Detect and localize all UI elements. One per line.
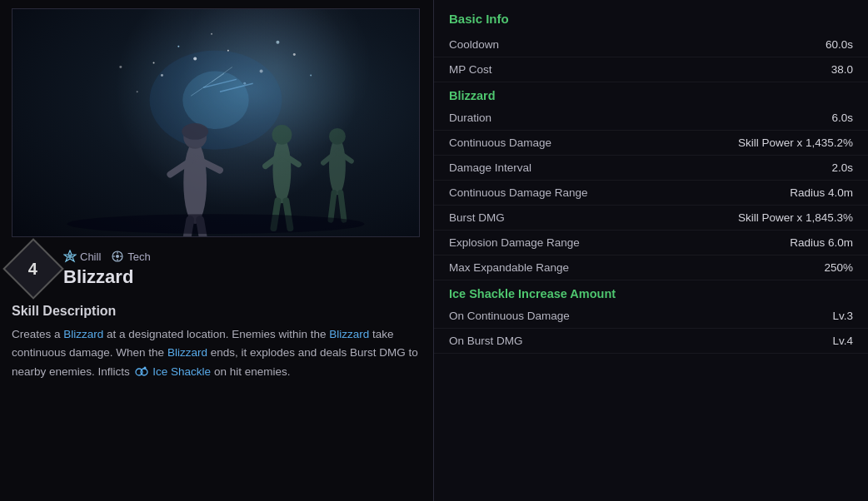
svg-point-7 [177, 46, 179, 47]
continuous-damage-label: Continuous Damage [449, 136, 551, 149]
skill-level-number: 4 [28, 260, 37, 279]
on-continuous-damage-value: Lv.3 [832, 310, 853, 322]
svg-point-30 [329, 128, 346, 145]
skill-tags-container: Chill Tech [63, 250, 151, 288]
cooldown-value: 60.0s [826, 38, 853, 51]
svg-point-23 [272, 137, 291, 203]
ice-shackle-section-title: Ice Shackle Increase Amount [434, 280, 868, 304]
chill-icon [63, 250, 77, 263]
continuous-damage-row: Continuous Damage Skill Power x 1,435.2% [434, 131, 868, 156]
svg-line-34 [341, 192, 344, 220]
on-burst-dmg-value: Lv.4 [832, 335, 853, 347]
on-continuous-damage-label: On Continuous Damage [449, 310, 570, 322]
svg-point-29 [329, 137, 346, 195]
chill-tag-label: Chill [80, 250, 101, 263]
svg-point-16 [183, 141, 207, 224]
description-section-title: Skill Description [12, 304, 422, 319]
mp-cost-label: MP Cost [449, 63, 492, 76]
on-burst-dmg-label: On Burst DMG [449, 335, 523, 347]
damage-interval-value: 2.0s [831, 161, 853, 174]
blizzard-ref-3: Blizzard [167, 346, 207, 359]
skill-level-badge: 4 [2, 238, 64, 300]
duration-row: Duration 6.0s [434, 106, 868, 131]
ice-shackle-text: Ice Shackle [152, 365, 211, 378]
mp-cost-row: MP Cost 38.0 [434, 57, 868, 82]
svg-point-39 [67, 214, 364, 234]
skill-tags-row: Chill Tech [63, 250, 151, 263]
mp-cost-value: 38.0 [831, 63, 853, 76]
skill-header: 4 Chill [12, 247, 422, 290]
basic-info-title: Basic Info [434, 7, 868, 31]
duration-label: Duration [449, 112, 491, 124]
max-expandable-range-label: Max Expandable Range [449, 261, 569, 274]
blizzard-section-title: Blizzard [434, 82, 868, 106]
continuous-damage-value: Skill Power x 1,435.2% [738, 136, 853, 149]
explosion-damage-range-value: Radius 6.0m [790, 236, 853, 249]
svg-point-41 [68, 255, 72, 259]
svg-point-13 [310, 74, 312, 76]
explosion-damage-range-row: Explosion Damage Range Radius 6.0m [434, 231, 868, 255]
right-panel: Basic Info Cooldown 60.0s MP Cost 38.0 B… [434, 0, 868, 501]
ice-shackle-icon [134, 366, 149, 378]
tech-tag-label: Tech [127, 250, 150, 263]
svg-point-10 [276, 41, 279, 44]
blizzard-ref-1: Blizzard [63, 328, 103, 340]
svg-point-3 [227, 50, 229, 52]
blizzard-ref-2: Blizzard [329, 328, 369, 340]
cooldown-row: Cooldown 60.0s [434, 32, 868, 57]
burst-dmg-row: Burst DMG Skill Power x 1,845.3% [434, 206, 868, 231]
continuous-damage-range-label: Continuous Damage Range [449, 186, 588, 199]
damage-interval-label: Damage Interval [449, 161, 531, 174]
cooldown-label: Cooldown [449, 38, 499, 51]
svg-point-6 [293, 53, 296, 56]
svg-point-24 [272, 125, 292, 145]
max-expandable-range-value: 250% [824, 261, 853, 274]
continuous-damage-range-value: Radius 4.0m [790, 186, 853, 199]
burst-dmg-value: Skill Power x 1,845.3% [738, 211, 853, 224]
svg-point-5 [137, 91, 138, 92]
duration-value: 6.0s [831, 112, 853, 124]
skill-description-section: Skill Description Creates a Blizzard at … [12, 304, 422, 381]
svg-point-9 [153, 62, 155, 64]
tech-icon [111, 250, 124, 263]
svg-point-11 [211, 33, 212, 35]
svg-point-15 [182, 71, 248, 128]
svg-line-33 [331, 192, 334, 220]
on-burst-dmg-row: On Burst DMG Lv.4 [434, 329, 868, 354]
chill-tag: Chill [63, 250, 101, 263]
max-expandable-range-row: Max Expandable Range 250% [434, 255, 868, 280]
ice-shackle-icon-container [133, 365, 153, 378]
svg-point-18 [182, 123, 208, 140]
explosion-damage-range-label: Explosion Damage Range [449, 236, 580, 249]
damage-interval-row: Damage Interval 2.0s [434, 156, 868, 181]
tech-tag: Tech [111, 250, 150, 263]
svg-point-12 [119, 66, 122, 68]
svg-point-43 [116, 255, 119, 258]
skill-name: Blizzard [63, 266, 151, 288]
description-text: Creates a Blizzard at a designated locat… [12, 325, 422, 381]
continuous-damage-range-row: Continuous Damage Range Radius 4.0m [434, 181, 868, 206]
skill-image [12, 8, 420, 237]
on-continuous-damage-row: On Continuous Damage Lv.3 [434, 304, 868, 329]
burst-dmg-label: Burst DMG [449, 211, 505, 224]
snow-particles-svg [12, 9, 419, 236]
left-panel: 4 Chill [0, 0, 433, 501]
svg-point-51 [143, 366, 146, 369]
